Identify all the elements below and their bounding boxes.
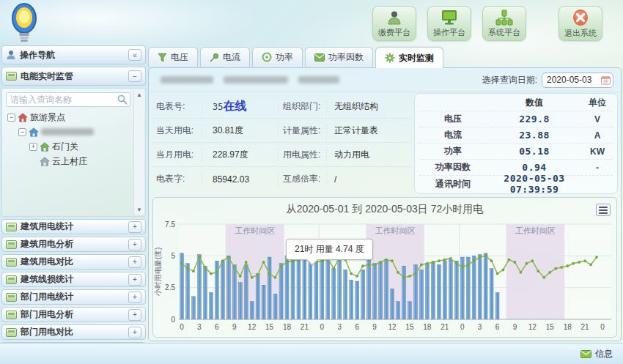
field-label: 电表号:	[153, 100, 202, 113]
row-name: 电流	[419, 129, 487, 141]
svg-text:15: 15	[546, 323, 555, 331]
sidebar-item-部门用电统计[interactable]: 部门用电统计+	[1, 289, 146, 305]
main-content: 选择查询日期: 电表号: 35在线 组织部门: 无组织结构 当天用电: 30.8…	[148, 67, 622, 341]
field-label: 电表字:	[153, 173, 202, 185]
field-value: 228.97度	[202, 149, 278, 161]
redacted-tree-label	[41, 128, 94, 135]
row-value: 0.94	[487, 162, 582, 173]
house-green-icon	[40, 142, 50, 152]
payment-user-icon	[386, 10, 402, 26]
expand-panel-button[interactable]: +	[128, 274, 141, 286]
tab-voltage[interactable]: 电压	[148, 47, 198, 67]
scroll-down-icon[interactable]: ▼	[134, 205, 144, 215]
svg-text:0: 0	[171, 316, 175, 324]
row-unit: V	[582, 114, 613, 125]
scroll-up-icon[interactable]: ▲	[134, 90, 144, 100]
power-circle-icon	[262, 52, 272, 62]
nav-header[interactable]: 操作导航 «	[1, 45, 146, 64]
monitor-panel-header[interactable]: 电能实时监管 −	[1, 67, 146, 86]
tree-node[interactable]: −	[6, 125, 130, 139]
expand-panel-button[interactable]: +	[128, 327, 141, 338]
tree-node-label: 石门关	[52, 141, 78, 153]
field-label: 计量属性:	[278, 125, 326, 137]
sidebar-item-建筑用电对比[interactable]: 建筑用电对比+	[1, 254, 146, 270]
svg-text:7.5: 7.5	[165, 220, 175, 229]
tab-label: 功率	[276, 51, 293, 64]
field-label: 当天用电:	[153, 125, 202, 137]
search-icon[interactable]	[117, 94, 128, 105]
svg-text:0: 0	[180, 323, 184, 331]
svg-text:6: 6	[495, 323, 500, 331]
status-bar: 信息	[0, 343, 623, 364]
svg-text:18: 18	[283, 323, 292, 331]
svg-text:3: 3	[197, 323, 202, 331]
tree-expander-icon[interactable]: −	[7, 114, 15, 122]
expand-panel-button[interactable]: +	[128, 291, 141, 303]
query-date-bar: 选择查询日期:	[482, 73, 613, 88]
sidebar-item-建筑用电分析[interactable]: 建筑用电分析+	[1, 237, 146, 252]
monitor-panel-body: −旅游景点−+石门关云上村庄 ▲ ▼	[1, 88, 146, 217]
platform-button-label: 退出系统	[564, 28, 597, 39]
tab-current[interactable]: 电流	[200, 47, 250, 67]
tab-realtime-monitor[interactable]: 实时监测	[375, 47, 443, 68]
row-value: 05.18	[487, 146, 582, 157]
expand-panel-button[interactable]: +	[128, 221, 141, 233]
sidebar-accordion: 建筑用电统计+建筑用电分析+建筑用电对比+建筑线损统计+部门用电统计+部门用电分…	[1, 219, 146, 357]
nav-title: 操作导航	[20, 49, 125, 62]
info-row: 电表字: 85942.03 互感倍率: /	[153, 167, 411, 191]
sidebar-item-label: 建筑线损统计	[21, 273, 125, 286]
info-envelope-icon[interactable]	[580, 350, 591, 358]
sidebar-item-部门用电分析[interactable]: 部门用电分析+	[1, 307, 146, 322]
info-row: 当天用电: 30.81度 计量属性: 正常计量表	[153, 119, 411, 143]
col-header-unit: 单位	[582, 97, 613, 109]
tree-scrollbar[interactable]: ▲ ▼	[133, 90, 144, 215]
field-label: 组织部门:	[278, 100, 326, 113]
tab-power-factor[interactable]: 功率因数	[305, 47, 373, 67]
row-name: 功率因数	[419, 161, 487, 174]
exit-system-button[interactable]: 退出系统	[559, 6, 602, 41]
expand-panel-button[interactable]: +	[128, 239, 141, 250]
tab-power[interactable]: 功率	[252, 47, 303, 67]
tab-label: 实时监测	[399, 52, 434, 64]
sidebar-item-部门用电对比[interactable]: 部门用电对比+	[1, 324, 146, 340]
payment-platform-button[interactable]: 缴费平台	[372, 6, 416, 41]
tree-node[interactable]: 云上村庄	[6, 154, 130, 168]
expand-panel-button[interactable]: +	[128, 309, 141, 321]
tree-node[interactable]: −旅游景点	[6, 110, 130, 125]
table-header-row: 数值单位	[419, 95, 613, 111]
system-platform-button[interactable]: 系统平台	[482, 6, 526, 41]
house-blue-icon	[29, 127, 39, 137]
operate-platform-button[interactable]: 操作平台	[427, 6, 471, 41]
search-input[interactable]	[6, 92, 130, 107]
tree-expander-icon[interactable]: −	[18, 128, 26, 136]
sidebar-item-label: 部门用电对比	[21, 326, 125, 338]
panel-icon	[6, 258, 17, 267]
chart-menu-icon[interactable]	[596, 204, 611, 216]
tree-expander-icon[interactable]: +	[29, 143, 37, 151]
sidebar-item-建筑线损统计[interactable]: 建筑线损统计+	[1, 272, 146, 287]
sidebar: 操作导航 « 电能实时监管 − −旅游景点−+石门关云上村庄 ▲ ▼ 建筑用电统…	[1, 45, 146, 360]
platform-button-label: 缴费平台	[378, 27, 410, 38]
sidebar-item-label: 部门用电分析	[21, 308, 125, 321]
sidebar-item-建筑用电统计[interactable]: 建筑用电统计+	[1, 219, 146, 234]
monitor-panel-title: 电能实时监管	[21, 70, 125, 83]
date-input[interactable]	[547, 75, 598, 85]
collapse-panel-button[interactable]: −	[128, 70, 141, 82]
info-row: 电表号: 35在线 组织部门: 无组织结构	[153, 94, 411, 119]
tab-label: 电压	[171, 51, 188, 64]
svg-text:9: 9	[232, 323, 237, 331]
expand-panel-button[interactable]: +	[128, 256, 141, 268]
svg-text:6: 6	[215, 323, 219, 331]
collapse-sidebar-button[interactable]: «	[128, 49, 141, 61]
calendar-icon[interactable]	[601, 75, 611, 85]
envelope-icon	[314, 53, 325, 62]
info-label[interactable]: 信息	[595, 348, 613, 360]
svg-text:21: 21	[301, 323, 309, 331]
table-row: 通讯时间2020-05-03 07:39:59	[419, 176, 613, 192]
svg-text:0: 0	[460, 323, 465, 331]
org-tree: −旅游景点−+石门关云上村庄	[6, 110, 130, 168]
pin-icon	[210, 53, 219, 62]
chart-tooltip: 21时 用量 4.74 度	[286, 239, 373, 260]
tree-node[interactable]: +石门关	[6, 139, 130, 154]
tab-label: 电流	[223, 51, 240, 64]
